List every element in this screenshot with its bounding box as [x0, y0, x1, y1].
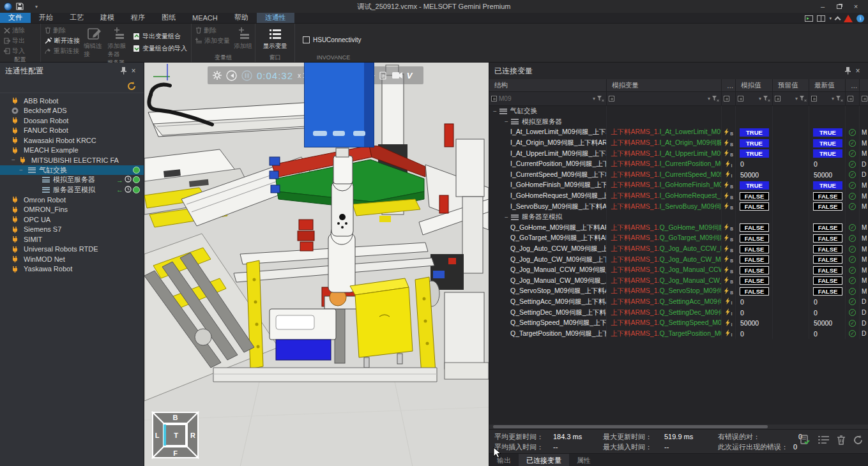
- import-vargroup-button[interactable]: 变量组合的导入: [132, 43, 188, 53]
- rewind-button[interactable]: [226, 70, 237, 81]
- tree-item-winmod-net[interactable]: WinMOD Net: [0, 254, 144, 264]
- filter-caret-icon[interactable]: ▾: [593, 96, 595, 101]
- restore-button[interactable]: [832, 2, 846, 11]
- save-icon[interactable]: [16, 3, 24, 10]
- sync-icon[interactable]: [853, 435, 863, 445]
- variable-row[interactable]: I_GoHomeRequest_M09伺服_上下料AR上下料ARMS_1.I_G…: [489, 191, 868, 202]
- bottom-tab-属性[interactable]: 属性: [569, 454, 598, 466]
- variable-row[interactable]: I_CurrentPosition_M09伺服_上下料ARM上下料ARMS_1.…: [489, 159, 868, 170]
- tree-item-siemens-s7[interactable]: Siemens S7: [0, 225, 144, 235]
- horizontal-scrollbar[interactable]: [489, 425, 868, 429]
- simulation-view-icon[interactable]: [805, 15, 813, 22]
- tree-item-simit[interactable]: SIMIT: [0, 234, 144, 244]
- settings-gear-icon[interactable]: [213, 71, 222, 80]
- warning-icon[interactable]: [844, 15, 853, 22]
- validate-list-icon[interactable]: [800, 435, 811, 445]
- column-header-6[interactable]: …: [846, 79, 860, 91]
- filter-checkbox-icon[interactable]: [811, 96, 817, 101]
- tree-item-fanuc-robot[interactable]: FANUC Robot: [0, 126, 144, 136]
- tree-item-mitsubishi-electric-fa[interactable]: −MITSUBISHI ELECTRIC FA: [0, 155, 144, 165]
- filter-caret-icon[interactable]: ▾: [759, 96, 761, 101]
- tree-item-服务器至模拟[interactable]: 服务器至模拟←: [0, 185, 144, 195]
- column-header-1[interactable]: 模拟变量: [607, 79, 722, 91]
- tree-item-kawasaki-robot-krcc[interactable]: Kawasaki Robot KRCC: [0, 135, 144, 146]
- import-button[interactable]: 导入: [3, 46, 26, 56]
- filter-checkbox-icon[interactable]: [775, 96, 780, 101]
- variable-row[interactable]: Q_Jog_Auto_CW_M09伺服_上下料ARM上下料ARMS_1.Q_Jo…: [489, 254, 868, 265]
- info-icon[interactable]: i: [857, 15, 864, 22]
- add-group-button[interactable]: 添加组: [234, 26, 252, 54]
- ribbon-tab-帮助[interactable]: 帮助: [226, 13, 257, 23]
- disconnect-button[interactable]: 断开连接: [43, 36, 81, 45]
- variable-row[interactable]: Q_GoTarget_M09伺服_上下料ARM料位上下料ARMS_1.Q_GoT…: [489, 233, 868, 244]
- add-server-button[interactable]: 添加服务器: [108, 26, 130, 59]
- close-panel-icon[interactable]: ×: [853, 66, 863, 75]
- variable-group-row[interactable]: −气缸交换: [489, 106, 868, 117]
- tree-item-universal-robots-rtde[interactable]: Universal Robots RTDE: [0, 244, 144, 255]
- filter-caret-icon[interactable]: ▾: [708, 96, 710, 101]
- add-variable-button[interactable]: 添加变量: [194, 36, 231, 45]
- filter-funnel-icon[interactable]: [597, 96, 604, 102]
- variable-row[interactable]: Q_ServoStop_M09伺服_上下料ARM料上下料ARMS_1.Q_Ser…: [489, 286, 868, 297]
- filter-funnel-icon[interactable]: [836, 96, 843, 102]
- expander-icon[interactable]: −: [492, 108, 498, 115]
- vc-logo-icon[interactable]: V: [407, 71, 413, 80]
- collapse-ribbon-icon[interactable]: [835, 16, 841, 22]
- variable-group-row[interactable]: −服务器至模拟: [489, 212, 868, 223]
- tree-item-omron-fins[interactable]: OMRON_Fins: [0, 205, 144, 215]
- filter-checkbox-icon[interactable]: [491, 96, 497, 101]
- filter-cell-4[interactable]: ▾: [773, 92, 809, 105]
- filter-checkbox-icon[interactable]: [848, 96, 853, 101]
- layout-caret-icon[interactable]: ▾: [829, 16, 832, 21]
- column-header-2[interactable]: …: [722, 79, 736, 91]
- tree-item-模拟至服务器[interactable]: 模拟至服务器→: [0, 175, 144, 185]
- tree-item-气缸交换[interactable]: −气缸交换: [0, 165, 144, 176]
- column-header-3[interactable]: 模拟值: [736, 79, 773, 91]
- record-video-icon[interactable]: [392, 71, 402, 79]
- tree-item-yaskawa-robot[interactable]: Yaskawa Robot: [0, 264, 144, 274]
- filter-cell-1[interactable]: ▾: [607, 92, 722, 105]
- tree-item-beckhoff-ads[interactable]: Beckhoff ADS: [0, 106, 144, 116]
- scrollbar-thumb[interactable]: [493, 425, 768, 428]
- list-options-icon[interactable]: [818, 435, 829, 444]
- ribbon-tab-程序[interactable]: 程序: [123, 13, 153, 23]
- filter-cell-3[interactable]: ▾: [736, 92, 773, 105]
- delete-server-button[interactable]: 删除: [43, 26, 81, 35]
- quick-access-caret-icon[interactable]: ▾: [35, 4, 38, 10]
- ribbon-tab-连通性[interactable]: 连通性: [257, 13, 294, 23]
- filter-funnel-icon[interactable]: [763, 96, 770, 102]
- export-pdf-icon[interactable]: [379, 71, 388, 80]
- tree-item-opc-ua[interactable]: OPC UA: [0, 214, 144, 225]
- variable-row[interactable]: Q_SettingSpeed_M09伺服_上下料ARM上下料ARMS_1.Q_S…: [489, 318, 868, 329]
- tree-item-omron-robot[interactable]: Omron Robot: [0, 195, 144, 205]
- filter-checkbox-icon[interactable]: [738, 96, 743, 101]
- delete-variable-button[interactable]: 删除: [194, 26, 231, 35]
- filter-caret-icon[interactable]: ▾: [832, 96, 834, 101]
- column-header-7[interactable]: [860, 79, 868, 91]
- close-button[interactable]: ×: [849, 2, 863, 11]
- hsu-connectivity-checkbox[interactable]: HSUConnectivity: [298, 26, 367, 54]
- ribbon-tab-MEACH[interactable]: MEACH: [184, 13, 226, 23]
- ribbon-tab-图纸[interactable]: 图纸: [153, 13, 184, 23]
- layout-split-icon[interactable]: [817, 15, 825, 22]
- ribbon-tab-文件[interactable]: 文件: [0, 13, 31, 23]
- variable-row[interactable]: Q_Jog_Auto_CCW_M09伺服_上下料AR上下料ARMS_1.Q_Jo…: [489, 244, 868, 255]
- ribbon-tab-开始[interactable]: 开始: [31, 13, 61, 23]
- column-header-0[interactable]: 结构: [489, 79, 607, 91]
- filter-input[interactable]: M09: [499, 95, 591, 102]
- filter-cell-7[interactable]: [860, 92, 868, 105]
- clear-button[interactable]: 清除: [3, 26, 26, 35]
- export-vargroup-button[interactable]: 导出变量组合: [132, 31, 188, 41]
- variable-row[interactable]: I_GoHomeFinish_M09伺服_上下料ARM上下料ARMS_1.I_G…: [489, 180, 868, 191]
- ribbon-tab-工艺[interactable]: 工艺: [61, 13, 92, 23]
- filter-checkbox-icon[interactable]: [862, 96, 867, 101]
- filter-cell-0[interactable]: M09▾: [489, 92, 607, 105]
- expander-icon[interactable]: −: [11, 156, 19, 163]
- viewport-3d[interactable]: 0:04:32 x 1.0 V: [144, 63, 489, 466]
- tree-item-meach-example[interactable]: MEACH Example: [0, 146, 144, 156]
- variable-row[interactable]: Q_Jog_Manual_CCW_M09伺服_上下料上下料ARMS_1.Q_Jo…: [489, 265, 868, 276]
- variable-row[interactable]: I_ServoBusy_M09伺服_上下料ARM料位上下料ARMS_1.I_Se…: [489, 201, 868, 212]
- pause-button[interactable]: [241, 70, 252, 81]
- column-header-4[interactable]: 预留值: [773, 79, 809, 91]
- pin-icon[interactable]: [842, 67, 853, 75]
